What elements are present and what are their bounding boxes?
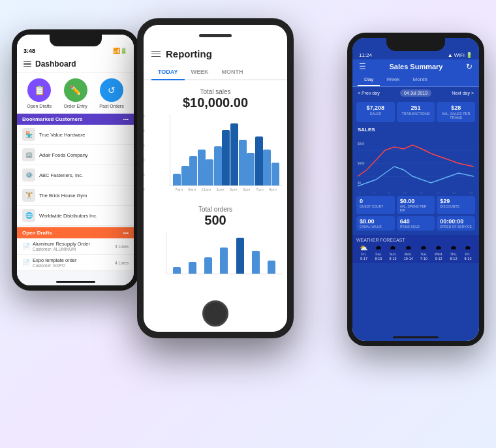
refresh-icon[interactable]: ↻ [466,62,473,71]
phone1-notch [50,35,102,46]
past-orders-icon: ↺ [100,78,123,102]
customer-name: ABC Fasteners, Inc. [39,172,83,178]
p1-header: Dashboard [17,57,134,73]
list-item[interactable]: 🌐 Worldwide Distributors Inc. [17,206,134,226]
metric-box: 00:00:00 SPEED OF SERVICE [437,216,475,231]
home-button[interactable] [202,300,228,327]
total-sales-section: Total sales $10,000.00 [144,80,287,114]
stat-sales: $7,208 SALES [356,102,395,122]
p2-tabs: TODAY WEEK MONTH [144,65,287,80]
p3-status-icons: ▲ WiFi 🔋 [448,52,473,58]
metric-label: AVL. SPEND PER P/P [400,204,432,212]
p2-title: Reporting [166,48,212,59]
past-orders-icon-item[interactable]: ↺ Past Orders [99,78,123,108]
open-drafts-label: Open Drafts [27,104,52,108]
customer-name: Worldwide Distributors Inc. [39,213,97,219]
total-orders-value: 500 [144,213,287,228]
tab-week[interactable]: WEEK [185,65,215,79]
weather-icon: 🌧 [465,244,471,251]
svg-text:$0: $0 [358,182,361,185]
bottom-metrics-section: 0 GUEST COUNT $0.00 AVL. SPEND PER P/P $… [352,193,479,235]
home-indicator [56,281,95,283]
weather-day-label: Mon. [405,252,412,256]
bar [173,267,181,274]
weather-day: ⛅ Fri. 9-17 [360,244,367,261]
bar [268,261,275,274]
hamburger-icon[interactable] [151,51,161,57]
weather-temp: 7-10 [420,257,427,261]
order-entry-icon-item[interactable]: ✏️ Order Entry [64,78,87,108]
metric-value: $29 [440,198,472,204]
customer-name: True Value Hardware [39,132,85,138]
phone1: 3:48 📶🔋 Dashboard 📋 Open Drafts ✏️ Order… [12,29,139,291]
metric-box: $0.00 AVL. SPEND PER P/P [397,196,435,214]
more-icon[interactable]: ••• [123,230,129,236]
metric-box: $29 DISCOUNTS [437,196,475,214]
stat-value: $28 [439,104,473,111]
metric-value: $0.00 [400,198,432,204]
hamburger-icon[interactable] [23,61,31,67]
order-icon: 📄 [22,259,30,266]
open-drafts-icon-item[interactable]: 📋 Open Drafts [27,78,52,108]
metric-box: $8.00 CANAL VALUE [356,216,395,231]
metric-label: SPEED OF SERVICE [440,225,472,229]
metric-label: DISCOUNTS [440,204,472,208]
weather-icon: 🌧 [450,244,457,251]
p3-header: ☰ Sales Summary ↻ [352,59,479,74]
metric-value: 00:00:00 [440,218,472,225]
bar [206,159,213,185]
tab-month[interactable]: MONTH [215,65,250,79]
stat-value: $7,208 [359,104,392,111]
list-item[interactable]: 📄 Aluminum Resupply Order Customer: ALUM… [17,238,134,255]
list-item[interactable]: 🏪 True Value Hardware [17,125,134,145]
weather-day-label: Tue. [420,252,427,256]
x-axis-labels: 7am 9am 11am 1pm 3pm 5pm 7pm 9pm [170,186,282,191]
open-drafts-icon: 📋 [27,78,51,102]
weather-temp: 8-12 [450,257,457,261]
weather-day: 🌧 Wed. 9-12 [435,244,443,261]
list-item[interactable]: 🏋️ The Brick House Gym [17,185,134,206]
weather-icon: 🌧 [390,244,396,251]
bar [198,150,206,185]
weather-day: 🌧 Sun. 8-13 [389,244,396,261]
stats-row: $7,208 SALES 251 TRANSACTIONS $28 AVL. S… [352,99,479,125]
bar [222,130,230,185]
svg-text:$400: $400 [358,162,365,165]
bar [189,262,196,274]
tab-today[interactable]: TODAY [151,65,185,80]
order-entry-icon: ✏️ [64,78,87,102]
p1-time: 3:48 [23,48,35,54]
metric-label: GUEST COUNT [360,204,392,208]
tab-week[interactable]: Week [380,74,406,86]
list-item[interactable]: 📄 Expo template order Customer: EXPO 4 L… [17,255,134,271]
bar [230,123,238,185]
hamburger-icon[interactable]: ☰ [359,62,366,71]
bar [263,150,271,185]
customer-icon: ⚙️ [22,168,35,182]
p3-tabs: Day Week Month [352,74,479,87]
phone3-screen: 11:24 ▲ WiFi 🔋 ☰ Sales Summary ↻ Day Wee… [352,38,479,341]
list-item[interactable]: 🏢 Adair Foods Company [17,145,134,165]
tab-month[interactable]: Month [407,74,434,86]
weather-icon: ⛅ [360,244,367,251]
tab-day[interactable]: Day [358,74,380,86]
date-navigation: < Prev day 04 Jul 2019 Next day > [352,87,479,99]
more-icon[interactable]: ••• [123,116,129,122]
weather-day-label: Thu. [450,252,457,256]
next-day-button[interactable]: Next day > [452,91,474,95]
bar [220,248,228,274]
prev-day-button[interactable]: < Prev day [358,91,380,95]
order-icon: 📄 [22,243,30,250]
phone2: Reporting TODAY WEEK MONTH Total sales $… [137,18,294,338]
bar [189,156,197,185]
p2-header: Reporting [144,43,287,65]
customer-name: Adair Foods Company [39,152,88,158]
total-orders-section: Total orders 500 [144,199,287,232]
list-item[interactable]: ⚙️ ABC Fasteners, Inc. [17,165,134,185]
metric-box: 640 ITEMS SOLD [397,216,435,231]
bar [204,257,212,274]
weather-day: 🌧 Sat. 8-15 [375,244,382,261]
orders-chart: 50 40 30 [144,232,287,284]
customer-icon: 🌐 [22,209,35,222]
weather-icon: 🌧 [435,244,442,251]
